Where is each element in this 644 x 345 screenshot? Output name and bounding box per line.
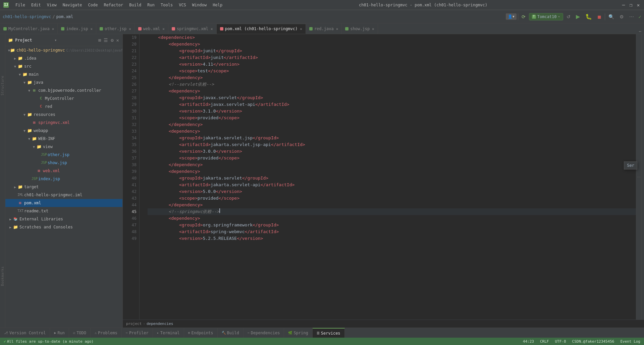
tab-pom[interactable]: pom.xml (ch01-hello-springmvc) ✕ bbox=[217, 24, 306, 34]
tree-item-ext-libs[interactable]: ▶ 📚 External Libraries bbox=[5, 215, 122, 223]
tab-close-mycontroller[interactable]: ✕ bbox=[52, 27, 54, 31]
structure-label-top[interactable]: Structure bbox=[1, 74, 4, 97]
menu-build[interactable]: Build bbox=[126, 2, 144, 8]
tree-item-index-jsp[interactable]: JSP index.jsp bbox=[5, 175, 122, 183]
settings-button[interactable]: ⚙ bbox=[618, 13, 626, 20]
sync-button[interactable]: ⟳ bbox=[520, 13, 528, 20]
tab-close-springmvc[interactable]: ✕ bbox=[211, 27, 213, 31]
tree-item-idea[interactable]: ▶ 📁 .idea bbox=[5, 54, 122, 62]
bottom-tab-terminal[interactable]: ▸ Terminal bbox=[153, 328, 184, 338]
maximize-button[interactable]: ❐ bbox=[629, 3, 633, 7]
bookmarks-label[interactable]: Bookmarks bbox=[1, 265, 4, 287]
project-dropdown-arrow[interactable]: ▾ bbox=[54, 38, 57, 43]
tab-web[interactable]: web.xml ✕ bbox=[135, 24, 168, 34]
debug-button[interactable]: 🐛 bbox=[583, 12, 594, 21]
bottom-tab-endpoints[interactable]: ⊕ Endpoints bbox=[184, 328, 218, 338]
tab-label-web: web.xml bbox=[143, 26, 160, 31]
tree-item-red[interactable]: C red bbox=[5, 102, 122, 111]
tab-springmvc[interactable]: springmvc.xml ✕ bbox=[168, 24, 217, 34]
tree-item-other-jsp[interactable]: JSP other.jsp bbox=[5, 151, 122, 159]
bottom-tab-todo[interactable]: ☑ TODO bbox=[69, 328, 91, 338]
minimize-button[interactable]: ─ bbox=[621, 3, 626, 7]
tree-item-java[interactable]: ▼ 📁 java bbox=[5, 78, 122, 86]
status-position[interactable]: 44:23 bbox=[522, 339, 535, 344]
tree-item-com[interactable]: ▼ ⊞ com.bjpowernode.controller bbox=[5, 86, 122, 94]
minimap-label[interactable]: │ bbox=[637, 175, 641, 179]
breadcrumb-project[interactable]: ch01-hello-springmvc bbox=[3, 14, 51, 19]
status-crlf[interactable]: CRLF bbox=[539, 339, 550, 344]
tab-close-pom[interactable]: ✕ bbox=[300, 27, 302, 31]
tab-close-red[interactable]: ✕ bbox=[336, 27, 338, 31]
run-button[interactable]: ▶ bbox=[574, 12, 582, 21]
tab-index[interactable]: index.jsp ✕ bbox=[58, 24, 96, 34]
profile-button[interactable]: 👤▾ bbox=[506, 13, 517, 20]
tree-item-main[interactable]: ▼ 📁 main bbox=[5, 70, 122, 78]
tree-item-target[interactable]: ▶ 📁 target bbox=[5, 183, 122, 191]
bottom-tab-services[interactable]: ☰ Services bbox=[313, 328, 345, 338]
project-tree-content[interactable]: ▼ 📁 ch01-hello-springmvc C:\Users\15031\… bbox=[5, 46, 122, 328]
close-button[interactable]: ✕ bbox=[636, 3, 641, 7]
tree-collapse-btn[interactable]: ☰ bbox=[103, 37, 109, 44]
autocomplete-popup[interactable]: Ser bbox=[624, 161, 637, 169]
bottom-tab-build[interactable]: 🔨 Build bbox=[218, 328, 244, 338]
tab-mycontroller[interactable]: MyController.java ✕ bbox=[0, 24, 58, 34]
tree-item-show-jsp[interactable]: JSP show.jsp bbox=[5, 159, 122, 167]
more-button[interactable]: ⋯ bbox=[627, 13, 636, 20]
tree-item-mycontroller[interactable]: C MyController bbox=[5, 94, 122, 102]
tree-label-web-xml: web.xml bbox=[43, 168, 60, 173]
tree-item-root[interactable]: ▼ 📁 ch01-hello-springmvc C:\Users\15031\… bbox=[5, 46, 122, 54]
bottom-tabs: ⎇ Version Control ▶ Run ☑ TODO ⚠ Problem… bbox=[0, 328, 345, 338]
menu-navigate[interactable]: Navigate bbox=[60, 2, 85, 8]
tree-item-springmvc-xml[interactable]: ⊠ springmvc.xml bbox=[5, 119, 122, 127]
code-editor[interactable]: 1920212223242526272829303132333435363738… bbox=[123, 34, 644, 320]
status-check-item[interactable]: ✓ All files are up-to-date (a minute ago… bbox=[3, 339, 95, 344]
tab-close-show[interactable]: ✕ bbox=[372, 27, 374, 31]
tree-expand-btn[interactable]: ⊞ bbox=[98, 37, 102, 44]
menu-code[interactable]: Code bbox=[86, 2, 101, 8]
tab-show[interactable]: show.jsp ✕ bbox=[342, 24, 378, 34]
status-check-button[interactable]: ✓ bbox=[639, 14, 641, 19]
tree-item-iml[interactable]: IML ch01-hello-springmvc.iml bbox=[5, 191, 122, 199]
tree-item-web-xml[interactable]: ⊠ web.xml bbox=[5, 167, 122, 175]
bottom-tab-vcs[interactable]: ⎇ Version Control bbox=[0, 328, 50, 338]
tab-other[interactable]: other.jsp ✕ bbox=[96, 24, 135, 34]
bottom-tab-profiler[interactable]: ⋯ Profiler bbox=[122, 328, 153, 338]
code-content-area[interactable]: <dependencies> <dependency> <groupId>jun… bbox=[145, 34, 641, 320]
tabs-more-button[interactable]: ⋯ bbox=[636, 29, 644, 34]
tree-item-webapp[interactable]: ▼ 📁 webapp bbox=[5, 127, 122, 135]
tree-item-src[interactable]: ▼ 📁 src bbox=[5, 62, 122, 70]
status-eventlog[interactable]: Event Log bbox=[619, 339, 641, 344]
bottom-tab-run[interactable]: ▶ Run bbox=[50, 328, 69, 338]
tree-item-resources[interactable]: ▼ 📁 resources bbox=[5, 111, 122, 119]
tree-hide-btn[interactable]: ✕ bbox=[116, 37, 120, 44]
search-everywhere-button[interactable]: 🔍 bbox=[606, 13, 616, 20]
tree-item-pom-xml[interactable]: ⊠ pom.xml bbox=[5, 199, 122, 207]
status-charset[interactable]: UTF-8 bbox=[554, 339, 567, 344]
tree-item-scratches[interactable]: ▶ 📁 Scratches and Consoles bbox=[5, 223, 122, 231]
menu-help[interactable]: Help bbox=[210, 2, 225, 8]
tree-item-webinf[interactable]: ▼ 📁 WEB-INF bbox=[5, 135, 122, 143]
menu-file[interactable]: File bbox=[13, 2, 28, 8]
tab-close-other[interactable]: ✕ bbox=[129, 27, 131, 31]
tab-close-web[interactable]: ✕ bbox=[162, 27, 165, 31]
menu-view[interactable]: View bbox=[44, 2, 59, 8]
menu-tools[interactable]: Tools bbox=[158, 2, 175, 8]
tree-settings-btn[interactable]: ⚙ bbox=[110, 37, 114, 44]
stop-button[interactable]: ◼ bbox=[595, 13, 603, 20]
menu-edit[interactable]: Edit bbox=[29, 2, 44, 8]
editor-scrollbar[interactable] bbox=[641, 34, 644, 320]
menu-run[interactable]: Run bbox=[145, 2, 157, 8]
menu-refactor[interactable]: Refactor bbox=[101, 2, 126, 8]
tree-item-readme[interactable]: TXT readme.txt bbox=[5, 207, 122, 215]
run-config[interactable]: T Tomcat10 ▾ bbox=[529, 13, 563, 20]
bottom-tab-spring[interactable]: 🌿 Spring bbox=[284, 328, 312, 338]
bottom-tab-deps[interactable]: ⋯ Dependencies bbox=[244, 328, 284, 338]
refresh-button[interactable]: ↺ bbox=[565, 13, 573, 20]
menu-vcs[interactable]: VCS bbox=[176, 2, 189, 8]
bottom-tab-problems[interactable]: ⚠ Problems bbox=[91, 328, 122, 338]
tree-item-view[interactable]: ▼ 📁 view bbox=[5, 143, 122, 151]
status-user[interactable]: CSDN.@faker12345456 bbox=[571, 339, 615, 344]
tab-red[interactable]: red.java ✕ bbox=[306, 24, 342, 34]
menu-window[interactable]: Window bbox=[190, 2, 209, 8]
tab-close-index[interactable]: ✕ bbox=[90, 27, 93, 31]
